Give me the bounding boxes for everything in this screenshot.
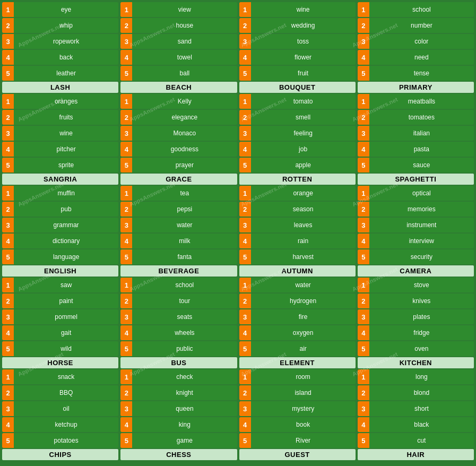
word-number: 1: [358, 2, 369, 17]
word-number: 1: [239, 186, 251, 201]
word-number: 3: [239, 126, 251, 141]
word-row: 3seats: [120, 309, 237, 324]
word-label: Kelly: [132, 98, 237, 105]
word-row: 4pitcher: [2, 142, 118, 157]
word-number: 4: [120, 417, 132, 432]
word-row: 2wedding: [239, 18, 356, 33]
word-row: 3leaves: [239, 218, 356, 232]
word-row: 3Monaco: [120, 126, 237, 141]
word-row: 5fanta: [120, 249, 237, 264]
word-row: 1room: [239, 369, 356, 384]
word-row: 3short: [358, 401, 474, 416]
word-row: 4need: [358, 50, 474, 65]
word-number: 3: [2, 309, 14, 324]
word-label: fruit: [251, 70, 356, 77]
word-label: harvest: [251, 253, 356, 261]
word-label: wedding: [251, 22, 356, 29]
word-row: 4milk: [120, 234, 237, 248]
word-number: 3: [120, 126, 132, 141]
word-number: 4: [120, 234, 132, 248]
word-number: 2: [2, 110, 14, 125]
word-label: pasta: [369, 145, 474, 153]
word-number: 3: [358, 126, 369, 141]
category-label: ELEMENT: [239, 357, 356, 368]
word-number: 3: [120, 309, 132, 324]
word-row: 3wine: [2, 126, 118, 141]
word-label: seats: [132, 313, 237, 321]
word-row: 4goodness: [120, 142, 237, 157]
word-label: book: [251, 421, 356, 428]
word-row: 2whip: [2, 18, 118, 33]
category-label: SANGRIA: [2, 174, 118, 185]
word-row: 2paint: [2, 294, 118, 308]
word-label: number: [369, 22, 474, 29]
word-number: 2: [358, 385, 369, 400]
word-label: interview: [369, 237, 474, 245]
word-label: wheels: [132, 329, 237, 336]
word-number: 2: [358, 110, 369, 125]
word-number: 2: [239, 110, 251, 125]
word-label: view: [132, 6, 237, 13]
word-number: 5: [239, 66, 251, 81]
category-label: HORSE: [2, 357, 118, 368]
word-row: 3grammar: [2, 218, 118, 232]
word-label: plates: [369, 313, 474, 321]
word-label: knives: [369, 297, 474, 305]
word-number: 2: [239, 18, 251, 33]
word-row: 1tea: [120, 186, 237, 201]
word-row: 5potatoes: [2, 433, 118, 448]
word-row: 3mystery: [239, 401, 356, 416]
word-label: sauce: [369, 161, 474, 169]
word-label: milk: [132, 237, 237, 245]
word-label: orange: [251, 189, 356, 197]
word-row: 5leather: [2, 66, 118, 81]
word-number: 2: [2, 18, 14, 33]
word-label: oil: [14, 405, 118, 412]
word-row: 4towel: [120, 50, 237, 65]
word-label: queen: [132, 405, 237, 412]
word-number: 1: [120, 186, 132, 201]
word-row: 5fruit: [239, 66, 356, 81]
word-row: 1water: [239, 278, 356, 292]
word-row: 2season: [239, 202, 356, 217]
word-label: tomatoes: [369, 114, 474, 121]
word-label: king: [132, 421, 237, 428]
word-label: water: [251, 281, 356, 289]
word-label: season: [251, 205, 356, 213]
word-label: potatoes: [14, 437, 118, 444]
word-number: 2: [358, 202, 369, 217]
word-label: apple: [251, 161, 356, 169]
word-number: 1: [2, 2, 14, 17]
word-number: 3: [239, 309, 251, 324]
word-label: tense: [369, 70, 474, 77]
word-row: 2knives: [358, 294, 474, 308]
category-label: BUS: [120, 357, 237, 368]
word-number: 5: [358, 433, 369, 448]
word-number: 4: [358, 325, 369, 340]
category-label: CAMERA: [358, 265, 474, 277]
word-number: 5: [120, 341, 132, 356]
word-row: 5sprite: [2, 158, 118, 172]
category-label: CHESS: [120, 449, 237, 460]
word-label: BBQ: [14, 389, 118, 396]
word-label: goodness: [132, 145, 237, 153]
word-number: 1: [239, 94, 251, 109]
word-label: cut: [369, 437, 474, 444]
word-number: 1: [358, 186, 369, 201]
word-row: 5tense: [358, 66, 474, 81]
word-number: 1: [2, 278, 14, 292]
word-label: color: [369, 38, 474, 45]
word-label: tour: [132, 297, 237, 305]
word-label: house: [132, 22, 237, 29]
word-label: towel: [132, 54, 237, 61]
word-number: 4: [2, 417, 14, 432]
word-row: 1snack: [2, 369, 118, 384]
word-number: 2: [2, 294, 14, 308]
word-label: oven: [369, 345, 474, 352]
word-number: 5: [358, 66, 369, 81]
word-row: 2number: [358, 18, 474, 33]
word-label: check: [132, 373, 237, 381]
word-number: 3: [358, 218, 369, 232]
word-row: 4black: [358, 417, 474, 432]
word-row: 1orange: [239, 186, 356, 201]
